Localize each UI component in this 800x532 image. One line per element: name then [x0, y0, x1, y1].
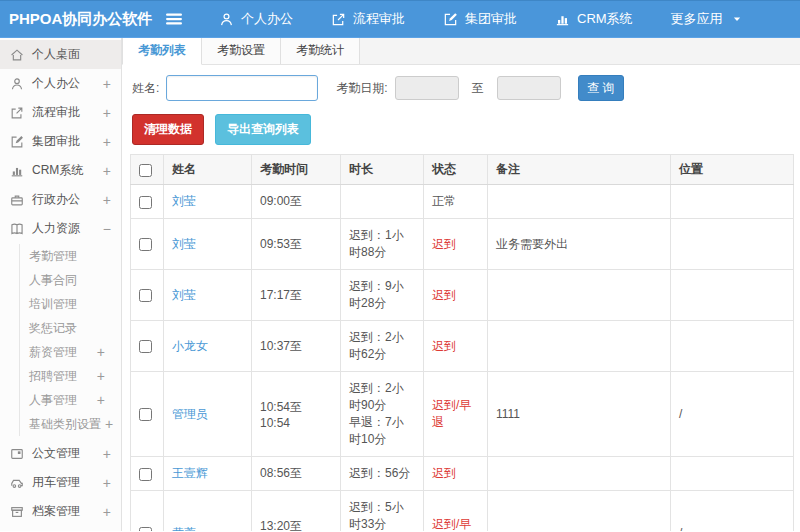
employee-name-link[interactable]: 刘莹 [172, 194, 196, 208]
briefcase-icon [10, 193, 24, 207]
employee-name-link[interactable]: 刘莹 [172, 237, 196, 251]
expand-icon[interactable]: + [99, 106, 115, 120]
sidebar-item-human-resources[interactable]: 人力资源− [0, 214, 121, 243]
date-end-input[interactable] [497, 76, 561, 100]
attendance-time-cell: 17:17至 [252, 270, 341, 321]
duration-cell: 迟到：5小时33分 早退：4小时67分 [341, 491, 424, 532]
row-check-cell [131, 491, 164, 532]
expand-icon[interactable]: + [99, 193, 115, 207]
sidebar-item-admin-office[interactable]: 行政办公+ [0, 185, 121, 214]
note-cell [488, 270, 671, 321]
expand-icon[interactable]: + [99, 447, 115, 461]
home-icon [10, 48, 24, 62]
tab-attendance-settings[interactable]: 考勤设置 [202, 38, 281, 64]
nav-workflow-approval[interactable]: 流程审批 [312, 1, 424, 37]
nav-crm-system[interactable]: CRM系统 [536, 1, 652, 37]
row-check-cell [131, 219, 164, 270]
name-filter-input[interactable] [166, 75, 318, 101]
row-checkbox[interactable] [139, 468, 152, 481]
note-cell: 业务需要外出 [488, 219, 671, 270]
sidebar-item-group-approval[interactable]: 集团审批+ [0, 127, 121, 156]
column-header: 备注 [488, 155, 671, 185]
sidebar-item-label: 个人桌面 [32, 46, 80, 63]
row-checkbox[interactable] [139, 527, 152, 531]
expand-icon[interactable]: + [93, 393, 109, 407]
expand-icon[interactable]: + [99, 135, 115, 149]
sidebar-subitem-training-management[interactable]: 培训管理 [20, 292, 121, 316]
expand-icon[interactable]: + [99, 164, 115, 178]
employee-name-link[interactable]: 小龙女 [172, 339, 208, 353]
nav-item-label: 流程审批 [353, 10, 405, 28]
menu-toggle-icon[interactable] [164, 8, 186, 30]
collapse-icon[interactable]: − [99, 222, 115, 236]
row-check-cell [131, 372, 164, 457]
sidebar-subitem-personnel-management[interactable]: 人事管理+ [20, 388, 121, 412]
column-header: 时长 [341, 155, 424, 185]
sidebar-subitem-basic-category-settings[interactable]: 基础类别设置+ [20, 412, 121, 436]
nav-personal-office[interactable]: 个人办公 [200, 1, 312, 37]
book-icon [10, 222, 24, 236]
employee-name-link[interactable]: 刘莹 [172, 288, 196, 302]
sidebar-subitem-label: 薪资管理 [29, 344, 77, 361]
row-checkbox[interactable] [139, 196, 152, 209]
select-all-checkbox[interactable] [139, 164, 152, 177]
location-cell [671, 270, 794, 321]
duration-cell: 迟到：1小时88分 [341, 219, 424, 270]
date-start-input[interactable] [395, 76, 459, 100]
clean-data-button[interactable]: 清理数据 [132, 114, 204, 145]
expand-icon[interactable]: + [101, 417, 117, 431]
nav-more-apps[interactable]: 更多应用 [652, 1, 761, 37]
employee-name-link[interactable]: 管理员 [172, 407, 208, 421]
search-button[interactable]: 查 询 [578, 75, 624, 101]
sidebar-item-document-management[interactable]: 公文管理+ [0, 439, 121, 468]
sidebar-subitem-personnel-contract[interactable]: 人事合同 [20, 268, 121, 292]
name-cell: 刘莹 [164, 219, 252, 270]
sidebar-item-personal-desktop[interactable]: 个人桌面 [0, 40, 121, 69]
name-cell: 小龙女 [164, 321, 252, 372]
caret-down-icon [732, 14, 742, 24]
table-row: 刘莹17:17至迟到：9小时28分迟到 [131, 270, 794, 321]
status-cell: 迟到 [424, 321, 488, 372]
sidebar-item-vehicle-management[interactable]: 用车管理+ [0, 468, 121, 497]
tab-attendance-statistics[interactable]: 考勤统计 [281, 38, 360, 64]
attendance-time-cell: 08:56至 [252, 457, 341, 491]
status-cell: 正常 [424, 185, 488, 219]
expand-icon[interactable]: + [99, 77, 115, 91]
app-logo[interactable]: PHPOA协同办公软件 [0, 10, 158, 29]
sidebar-item-workflow-approval[interactable]: 流程审批+ [0, 98, 121, 127]
sidebar-item-personal-office[interactable]: 个人办公+ [0, 69, 121, 98]
sidebar-subitem-attendance-management[interactable]: 考勤管理 [20, 244, 121, 268]
attendance-time-cell: 09:53至 [252, 219, 341, 270]
nav-item-label: CRM系统 [577, 10, 633, 28]
expand-icon[interactable]: + [93, 345, 109, 359]
sidebar-subitem-reward-records[interactable]: 奖惩记录 [20, 316, 121, 340]
top-nav: 个人办公流程审批集团审批CRM系统更多应用 [200, 1, 761, 37]
row-checkbox[interactable] [139, 238, 152, 251]
employee-name-link[interactable]: 黄蓉 [172, 526, 196, 532]
attendance-time-cell: 10:37至 [252, 321, 341, 372]
expand-icon[interactable]: + [99, 505, 115, 519]
row-check-cell [131, 457, 164, 491]
row-checkbox[interactable] [139, 289, 152, 302]
sidebar-subitem-salary-management[interactable]: 薪资管理+ [20, 340, 121, 364]
employee-name-link[interactable]: 王壹辉 [172, 466, 208, 480]
sidebar-item-archive-management[interactable]: 档案管理+ [0, 497, 121, 526]
sidebar-subitem-label: 招聘管理 [29, 368, 77, 385]
sidebar-subitem-recruitment-management[interactable]: 招聘管理+ [20, 364, 121, 388]
export-list-button[interactable]: 导出查询列表 [215, 114, 311, 145]
chart-icon [10, 164, 24, 178]
expand-icon[interactable]: + [93, 369, 109, 383]
sidebar-subitem-label: 人事合同 [29, 272, 77, 289]
expand-icon[interactable]: + [99, 476, 115, 490]
status-cell: 迟到 [424, 270, 488, 321]
name-cell: 刘莹 [164, 270, 252, 321]
sidebar-item-project-management[interactable]: 项目管理+ [0, 526, 121, 531]
nav-group-approval[interactable]: 集团审批 [424, 1, 536, 37]
sidebar-item-crm-system[interactable]: CRM系统+ [0, 156, 121, 185]
row-checkbox[interactable] [139, 340, 152, 353]
row-checkbox[interactable] [139, 408, 152, 421]
location-cell [671, 457, 794, 491]
tab-attendance-list[interactable]: 考勤列表 [122, 38, 202, 65]
note-cell [488, 491, 671, 532]
date-to-label: 至 [472, 80, 484, 97]
